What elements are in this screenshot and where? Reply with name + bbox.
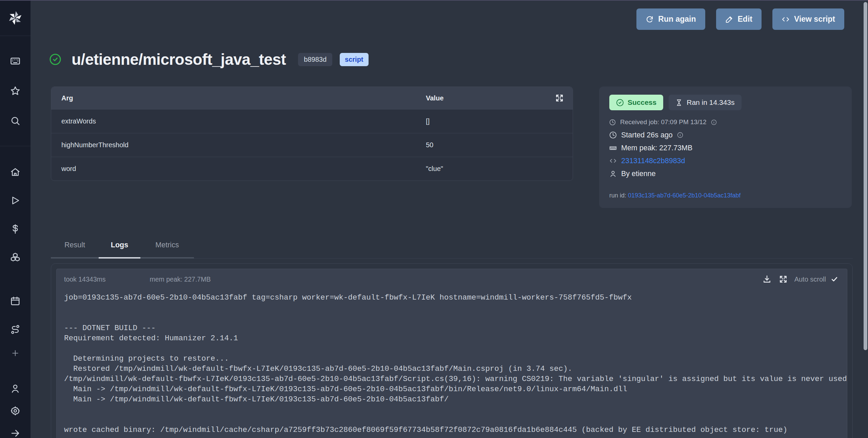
window-top-edge: [0, 0, 868, 1]
clock-icon: [609, 131, 617, 139]
clock-icon: [609, 119, 616, 126]
code-icon: [609, 157, 617, 165]
sidebar-item-expand[interactable]: [0, 422, 31, 438]
expand-logs-button[interactable]: [779, 275, 788, 284]
status-label: Success: [628, 98, 656, 107]
status-row: Success Ran in 14.343s: [609, 95, 843, 110]
logs-header: took 14343ms mem peak: 227.7MB Auto scro…: [57, 269, 847, 286]
search-icon: [10, 116, 20, 126]
log-output[interactable]: job=0193c135-ab7d-60e5-2b10-04b5ac13fabf…: [57, 286, 847, 438]
info-icon[interactable]: [711, 119, 717, 125]
mem-peak-text: Mem peak: 227.73MB: [621, 144, 692, 152]
settings-gear-icon: [10, 406, 20, 416]
arg-value: 50: [426, 141, 573, 149]
sidebar-item-triggers[interactable]: [0, 315, 31, 344]
status-badge: Success: [609, 95, 663, 110]
sidebar-item-resources[interactable]: [0, 243, 31, 272]
tab-metrics[interactable]: Metrics: [140, 240, 194, 259]
logs-container: took 14343ms mem peak: 227.7MB Auto scro…: [51, 263, 853, 438]
auto-scroll-label: Auto scroll: [794, 275, 826, 283]
result-tabs: Result Logs Metrics: [51, 240, 853, 259]
maximize-icon: [555, 94, 564, 102]
play-icon: [10, 195, 20, 206]
view-script-button[interactable]: View script: [772, 8, 844, 30]
job-info-panel: Success Ran in 14.343s Received job: 07:…: [599, 87, 852, 208]
title-row: u/etienne/microsoft_java_test b8983d scr…: [49, 50, 369, 69]
run-again-button[interactable]: Run again: [636, 8, 705, 30]
user-icon: [609, 170, 617, 177]
check-circle-icon: [616, 99, 624, 107]
download-logs-button[interactable]: [763, 275, 771, 284]
sidebar-group-bottom: [0, 377, 31, 438]
arg-value: []: [426, 117, 573, 125]
logs-mem-peak: mem peak: 227.7MB: [150, 275, 211, 283]
star-icon: [10, 86, 20, 96]
edit-button[interactable]: Edit: [716, 8, 762, 30]
column-header-value: Value: [426, 94, 555, 102]
code-icon: [782, 15, 790, 23]
duration-label: Ran in 14.343s: [687, 98, 734, 107]
maximize-icon: [779, 275, 788, 284]
auto-scroll-checkbox[interactable]: [831, 275, 838, 283]
mem-peak-row: Mem peak: 227.73MB: [609, 144, 843, 152]
sidebar-item-search[interactable]: [0, 106, 31, 136]
sidebar-item-apps[interactable]: [0, 46, 31, 76]
keyboard-icon: [10, 56, 20, 66]
column-header-arg: Arg: [51, 94, 426, 102]
page-title: u/etienne/microsoft_java_test: [72, 50, 286, 69]
expand-args-button[interactable]: [555, 94, 573, 102]
script-hash-link[interactable]: 23131148c2b8983d: [621, 156, 685, 165]
took-duration: took 14343ms: [64, 275, 106, 283]
sidebar-item-create[interactable]: [0, 344, 31, 363]
success-check-circle-icon: [49, 53, 61, 65]
checkmark-icon: [831, 275, 838, 283]
sidebar-item-runs[interactable]: [0, 186, 31, 215]
sidebar-item-schedules[interactable]: [0, 287, 31, 315]
window-scrollbar[interactable]: [864, 2, 867, 350]
sidebar-item-settings[interactable]: [0, 400, 31, 422]
script-hash-row: 23131148c2b8983d: [609, 156, 843, 165]
run-id-label: run id:: [609, 192, 626, 199]
dollar-icon: [10, 224, 20, 234]
toolbar: Run again Edit View script: [636, 8, 844, 30]
by-user-text: By etienne: [621, 169, 656, 178]
sidebar: [0, 0, 31, 438]
arg-value: "clue": [426, 165, 573, 173]
table-row: highNumberThreshold 50: [51, 133, 573, 157]
sidebar-item-home[interactable]: [0, 158, 31, 186]
duration-chip: Ran in 14.343s: [669, 95, 741, 110]
sidebar-item-favorites[interactable]: [0, 76, 31, 106]
main-content: Run again Edit View script u/etienne/mic…: [31, 0, 868, 438]
refresh-icon: [646, 15, 654, 23]
tab-result[interactable]: Result: [51, 240, 99, 259]
started-text: Started 26s ago: [621, 131, 673, 139]
run-id-link[interactable]: 0193c135-ab7d-60e5-2b10-04b5ac13fabf: [628, 192, 741, 199]
sidebar-group-secondary: [0, 287, 31, 363]
arrow-right-icon: [10, 428, 20, 438]
table-row: extraWords []: [51, 109, 573, 133]
home-icon: [10, 167, 20, 177]
run-again-label: Run again: [658, 15, 696, 24]
args-table-header: Arg Value: [51, 87, 573, 109]
sidebar-item-logo[interactable]: [0, 0, 31, 36]
arg-name: extraWords: [51, 117, 426, 125]
view-script-label: View script: [794, 15, 835, 24]
sidebar-item-variables[interactable]: [0, 215, 31, 243]
arg-name: word: [51, 165, 426, 173]
memory-chip-icon: [609, 144, 617, 152]
received-job-text: Received job: 07:09 PM 13/12: [620, 118, 707, 127]
script-hash-badge: b8983d: [298, 53, 332, 66]
script-type-badge[interactable]: script: [340, 53, 368, 66]
run-id-row: run id: 0193c135-ab7d-60e5-2b10-04b5ac13…: [609, 192, 843, 199]
started-row: Started 26s ago: [609, 131, 843, 139]
args-table: Arg Value extraWords [] highNumberThresh…: [51, 87, 573, 181]
sidebar-item-account[interactable]: [0, 377, 31, 400]
tab-logs[interactable]: Logs: [99, 240, 140, 259]
pencil-icon: [725, 15, 733, 23]
windmill-logo-icon: [7, 10, 23, 26]
info-icon[interactable]: [677, 132, 683, 138]
user-icon: [10, 383, 20, 394]
plus-icon: [11, 349, 20, 358]
table-row: word "clue": [51, 157, 573, 180]
received-job-row: Received job: 07:09 PM 13/12: [609, 118, 843, 127]
